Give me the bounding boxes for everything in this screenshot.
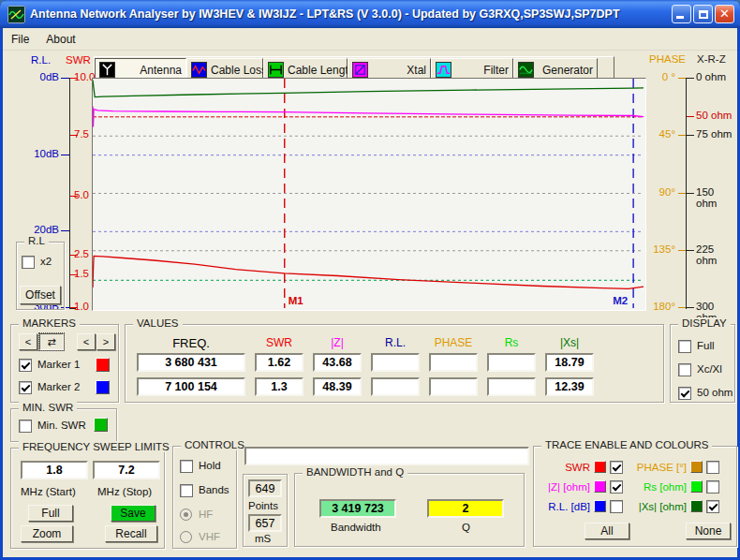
rl-tick-label: 20dB — [3, 224, 59, 235]
menu-about[interactable]: About — [37, 30, 83, 49]
trace-color-swatch[interactable] — [594, 461, 606, 473]
generator-icon — [518, 62, 534, 78]
display-50ohm-checkbox[interactable] — [678, 387, 691, 400]
trace-label-rsohm: Rs [ohm] — [630, 481, 687, 493]
trace-color-swatch[interactable] — [594, 480, 606, 493]
display-full-checkbox[interactable] — [678, 340, 691, 353]
trace-checkbox[interactable] — [706, 480, 719, 494]
trace-checkbox[interactable] — [706, 500, 719, 513]
min-swr-color-swatch[interactable] — [94, 418, 108, 432]
hold-checkbox[interactable] — [180, 460, 193, 473]
command-input[interactable] — [244, 447, 529, 465]
x2-checkbox[interactable] — [22, 256, 35, 269]
none-button[interactable]: None — [686, 523, 731, 539]
marker-nav-button-1[interactable]: ⇄ — [39, 333, 64, 350]
trace-color-swatch[interactable] — [690, 500, 703, 512]
hf-radio[interactable] — [180, 508, 192, 521]
full-button[interactable]: Full — [28, 505, 73, 522]
marker1-label: Marker 1 — [37, 359, 80, 370]
trace-label-phase: PHASE [°] — [630, 462, 687, 473]
offset-button[interactable]: Offset — [20, 286, 61, 304]
markers-panel: MARKERS <⇄<> Marker 1Marker 2 — [10, 324, 119, 403]
bands-checkbox[interactable] — [180, 484, 193, 497]
markers-panel-title: MARKERS — [19, 317, 80, 329]
antenna-icon — [99, 62, 115, 78]
ms-value: 657 — [248, 514, 282, 532]
cable-length-icon — [268, 62, 284, 78]
trace-label-zohm: |Z| [ohm] — [534, 481, 590, 493]
trace-checkbox[interactable] — [610, 461, 623, 474]
xrz-axis-title: X-R-Z — [697, 53, 726, 65]
values-cell-r2c5 — [429, 377, 478, 396]
sweep-stop-input[interactable]: 7.2 — [93, 461, 160, 479]
vhf-radio[interactable] — [180, 531, 192, 543]
marker2-color-swatch[interactable] — [96, 380, 110, 394]
ohm-tick — [687, 78, 694, 79]
recall-button[interactable]: Recall — [105, 525, 157, 542]
trace-checkbox[interactable] — [706, 461, 719, 474]
swr-tick-label: 5.0 — [74, 189, 89, 200]
zoom-button[interactable]: Zoom — [21, 525, 73, 542]
phase-tick — [678, 250, 686, 251]
bandwidth-panel: BANDWIDTH and Q 3 419 723 Bandwidth 2 Q — [294, 473, 525, 547]
close-icon: ✕ — [716, 7, 733, 21]
ohm-tick — [687, 250, 694, 251]
client-area: R.L. SWR PHASE X-R-Z AntennaCable LossCa… — [3, 51, 737, 557]
maximize-button[interactable] — [693, 5, 713, 23]
ohm-tick-label: 0 ohm — [696, 71, 726, 82]
marker2-checkbox[interactable] — [19, 381, 32, 394]
bands-label: Bands — [199, 484, 229, 495]
rl-tick — [61, 230, 69, 231]
bandwidth-panel-title: BANDWIDTH and Q — [303, 466, 407, 478]
ohm-tick-label: 50 ohm — [696, 110, 732, 121]
marker1-label: M1 — [289, 295, 303, 306]
sweep-start-input[interactable]: 1.8 — [21, 461, 88, 479]
x2-label: x2 — [40, 256, 52, 267]
values-cell-r2c1: 7 100 154 — [137, 377, 245, 396]
app-icon — [7, 6, 25, 23]
trace-panel-title: TRACE ENABLE AND COLOURS — [541, 439, 712, 450]
marker2-label: M2 — [613, 295, 628, 306]
window-title: Antenna Network Analyser by IW3HEV & IW3… — [30, 7, 670, 21]
trace-checkbox[interactable] — [610, 500, 623, 513]
marker-nav-button-2[interactable]: < — [77, 333, 96, 350]
values-header-xs: |Xs| — [532, 336, 607, 349]
trace-swr — [93, 256, 644, 288]
minimize-button[interactable] — [672, 5, 691, 23]
save-button[interactable]: Save — [111, 505, 155, 522]
trace-color-swatch[interactable] — [690, 480, 703, 493]
values-cell-r1c7: 18.79 — [545, 353, 594, 372]
ohm-tick — [687, 193, 694, 194]
trace-color-swatch[interactable] — [690, 461, 703, 473]
q-label: Q — [462, 522, 470, 533]
values-cell-r2c2: 1.3 — [255, 377, 303, 396]
marker-nav-button-3[interactable]: > — [96, 333, 115, 350]
ms-label: mS — [255, 533, 271, 544]
rl-offset-box: R.L x2 Offset — [16, 242, 65, 310]
title-bar[interactable]: Antenna Network Analyser by IW3HEV & IW3… — [0, 0, 740, 28]
ohm-tick-label: 150 ohm — [696, 186, 737, 209]
close-button[interactable]: ✕ — [715, 5, 734, 23]
trace-color-swatch[interactable] — [594, 500, 606, 512]
marker1-checkbox[interactable] — [19, 359, 32, 372]
values-cell-r1c5 — [429, 353, 478, 372]
min-swr-checkbox[interactable] — [19, 420, 32, 433]
vhf-label: VHF — [199, 531, 220, 542]
display-xcxl-checkbox[interactable] — [678, 363, 691, 376]
min-swr-panel: MIN. SWR Min. SWR — [10, 408, 117, 442]
marker1-color-swatch[interactable] — [96, 358, 110, 372]
ohm-tick — [687, 135, 694, 136]
swr-tick-label: 7.5 — [74, 128, 89, 140]
xtal-icon — [352, 62, 368, 78]
all-button[interactable]: All — [585, 523, 629, 539]
marker-nav-button-0[interactable]: < — [19, 333, 37, 350]
toolbar-button-label: Cable Loss — [211, 64, 267, 77]
hold-label: Hold — [199, 460, 221, 471]
values-cell-r1c4 — [371, 353, 420, 372]
trace-checkbox[interactable] — [610, 480, 623, 494]
rl-tick-label: 10dB — [3, 148, 59, 159]
sweep-stop-unit: MHz (Stop) — [97, 486, 152, 497]
menu-file[interactable]: File — [3, 30, 37, 49]
app-window: Antenna Network Analyser by IW3HEV & IW3… — [0, 0, 740, 560]
plot-area[interactable]: M1 M2 — [92, 78, 646, 311]
